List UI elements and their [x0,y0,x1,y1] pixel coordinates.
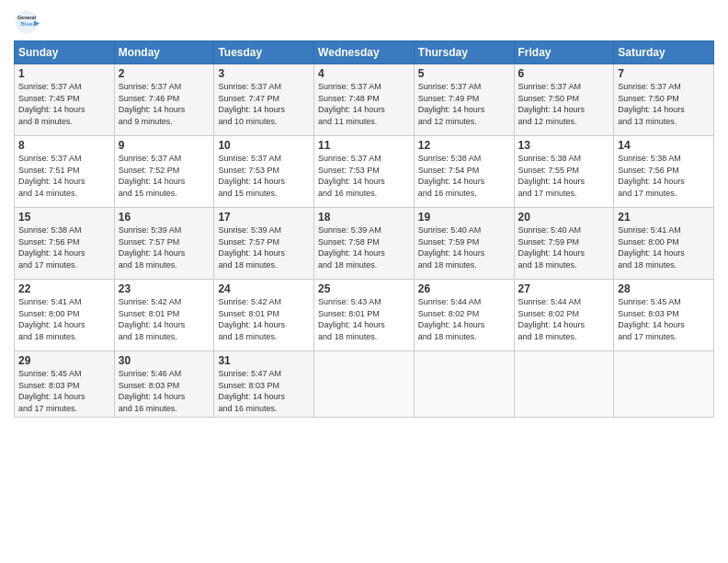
daylight-minutes: and 17 minutes. [18,260,77,270]
daylight-minutes: and 13 minutes. [618,117,677,126]
sunset-label: Sunset: 7:59 PM [418,237,480,247]
day-info: Sunrise: 5:38 AM Sunset: 7:56 PM Dayligh… [618,153,710,199]
sunrise-label: Sunrise: 5:42 AM [218,297,281,306]
sunrise-label: Sunrise: 5:37 AM [218,154,281,163]
calendar-cell: 8 Sunrise: 5:37 AM Sunset: 7:51 PM Dayli… [15,136,115,208]
daylight-label: Daylight: 14 hours [18,105,85,114]
day-number: 25 [318,282,410,295]
daylight-minutes: and 18 minutes. [518,332,577,341]
daylight-label: Daylight: 14 hours [119,392,186,401]
calendar-cell: 3 Sunrise: 5:37 AM Sunset: 7:47 PM Dayli… [214,64,314,136]
calendar-day-header: Friday [514,41,614,64]
daylight-label: Daylight: 14 hours [318,105,385,114]
calendar-cell: 25 Sunrise: 5:43 AM Sunset: 8:01 PM Dayl… [314,280,415,351]
daylight-minutes: and 16 minutes. [218,404,277,413]
day-number: 24 [218,282,310,295]
sunset-label: Sunset: 7:56 PM [618,166,679,175]
calendar-cell: 10 Sunrise: 5:37 AM Sunset: 7:53 PM Dayl… [214,136,314,208]
daylight-label: Daylight: 14 hours [18,177,85,186]
daylight-label: Daylight: 14 hours [618,248,685,258]
daylight-label: Daylight: 14 hours [618,177,685,186]
daylight-label: Daylight: 14 hours [119,105,186,114]
day-info: Sunrise: 5:39 AM Sunset: 7:57 PM Dayligh… [218,224,310,270]
sunrise-label: Sunrise: 5:38 AM [618,154,681,163]
day-number: 8 [18,139,110,152]
daylight-label: Daylight: 14 hours [318,248,385,258]
sunset-label: Sunset: 7:50 PM [518,94,580,103]
day-info: Sunrise: 5:37 AM Sunset: 7:53 PM Dayligh… [218,153,310,199]
daylight-label: Daylight: 14 hours [218,392,285,401]
daylight-minutes: and 12 minutes. [418,117,477,126]
calendar-table: SundayMondayTuesdayWednesdayThursdayFrid… [14,40,714,418]
daylight-label: Daylight: 14 hours [18,392,85,401]
daylight-minutes: and 18 minutes. [318,332,377,341]
calendar-cell: 13 Sunrise: 5:38 AM Sunset: 7:55 PM Dayl… [514,136,614,208]
sunset-label: Sunset: 7:57 PM [119,237,180,247]
sunset-label: Sunset: 7:54 PM [418,166,480,175]
calendar-day-header: Wednesday [314,41,415,64]
day-number: 30 [119,354,210,367]
daylight-label: Daylight: 14 hours [518,105,586,114]
daylight-minutes: and 18 minutes. [518,260,577,270]
sunset-label: Sunset: 8:02 PM [418,309,480,318]
day-info: Sunrise: 5:37 AM Sunset: 7:53 PM Dayligh… [318,153,410,199]
sunrise-label: Sunrise: 5:44 AM [418,297,482,306]
sunset-label: Sunset: 7:46 PM [119,94,180,103]
sunrise-label: Sunrise: 5:37 AM [218,82,281,91]
day-info: Sunrise: 5:38 AM Sunset: 7:54 PM Dayligh… [418,153,510,199]
daylight-minutes: and 12 minutes. [518,117,577,126]
sunrise-label: Sunrise: 5:38 AM [418,154,482,163]
day-info: Sunrise: 5:38 AM Sunset: 7:56 PM Dayligh… [18,224,110,270]
day-number: 1 [18,67,110,80]
daylight-minutes: and 18 minutes. [318,260,377,270]
daylight-label: Daylight: 14 hours [418,105,485,114]
calendar-cell: 5 Sunrise: 5:37 AM Sunset: 7:49 PM Dayli… [414,64,514,136]
calendar-cell [414,351,514,418]
svg-text:Blue: Blue [20,20,33,27]
day-info: Sunrise: 5:44 AM Sunset: 8:02 PM Dayligh… [418,296,510,342]
day-number: 2 [119,67,210,80]
sunrise-label: Sunrise: 5:39 AM [119,225,182,235]
calendar-cell: 7 Sunrise: 5:37 AM Sunset: 7:50 PM Dayli… [614,64,714,136]
day-number: 15 [18,211,110,224]
daylight-label: Daylight: 14 hours [618,105,685,114]
calendar-cell: 27 Sunrise: 5:44 AM Sunset: 8:02 PM Dayl… [514,280,614,351]
day-number: 21 [618,211,710,224]
sunrise-label: Sunrise: 5:37 AM [318,154,381,163]
sunrise-label: Sunrise: 5:37 AM [618,82,681,91]
daylight-minutes: and 18 minutes. [218,332,277,341]
sunset-label: Sunset: 7:48 PM [318,94,380,103]
sunset-label: Sunset: 7:55 PM [518,166,580,175]
daylight-minutes: and 18 minutes. [618,260,677,270]
daylight-minutes: and 18 minutes. [119,260,177,270]
sunset-label: Sunset: 7:50 PM [618,94,679,103]
sunset-label: Sunset: 7:51 PM [18,166,80,175]
calendar-cell: 19 Sunrise: 5:40 AM Sunset: 7:59 PM Dayl… [414,208,514,280]
calendar-day-header: Monday [114,41,214,64]
calendar-day-header: Saturday [614,41,714,64]
day-number: 23 [119,282,210,295]
day-info: Sunrise: 5:41 AM Sunset: 8:00 PM Dayligh… [618,224,710,270]
sunset-label: Sunset: 8:02 PM [518,309,580,318]
daylight-label: Daylight: 14 hours [119,177,186,186]
sunrise-label: Sunrise: 5:37 AM [18,82,82,91]
calendar-cell: 29 Sunrise: 5:45 AM Sunset: 8:03 PM Dayl… [15,351,115,418]
daylight-label: Daylight: 14 hours [518,320,586,329]
sunset-label: Sunset: 7:53 PM [218,166,279,175]
day-number: 10 [218,139,310,152]
daylight-label: Daylight: 14 hours [18,320,85,329]
sunset-label: Sunset: 7:49 PM [418,94,480,103]
calendar-cell: 9 Sunrise: 5:37 AM Sunset: 7:52 PM Dayli… [114,136,214,208]
page: General Blue SundayMondayTuesdayWednesda… [0,0,728,563]
calendar-cell: 16 Sunrise: 5:39 AM Sunset: 7:57 PM Dayl… [114,208,214,280]
sunrise-label: Sunrise: 5:40 AM [518,225,582,235]
sunset-label: Sunset: 8:03 PM [119,381,180,390]
sunrise-label: Sunrise: 5:37 AM [119,154,182,163]
day-number: 18 [318,211,410,224]
daylight-label: Daylight: 14 hours [518,248,586,258]
calendar-header-row: SundayMondayTuesdayWednesdayThursdayFrid… [15,41,714,64]
day-number: 13 [518,139,610,152]
day-info: Sunrise: 5:44 AM Sunset: 8:02 PM Dayligh… [518,296,610,342]
day-info: Sunrise: 5:37 AM Sunset: 7:48 PM Dayligh… [318,81,410,127]
sunset-label: Sunset: 7:53 PM [318,166,380,175]
